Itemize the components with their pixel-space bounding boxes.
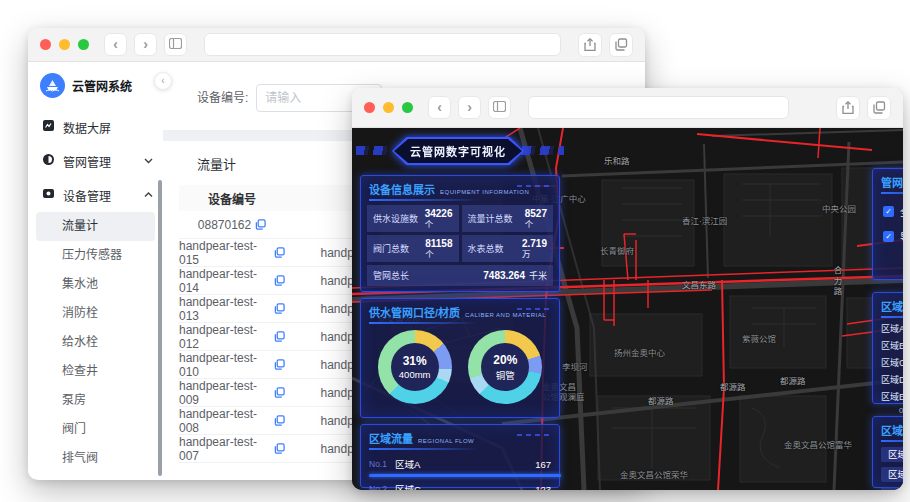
sidebar-subitem[interactable]: 检查井 xyxy=(36,357,155,386)
map-label: 香江·滨江园 xyxy=(682,216,727,226)
sidebar-subitem[interactable]: 流量计 xyxy=(36,212,155,241)
close-button[interactable] xyxy=(40,39,51,50)
panel-title: 区域流量 xyxy=(369,430,413,446)
flow-rank-row: No.2 区域C 123 xyxy=(361,479,559,490)
panel-title: 区域流量 xyxy=(881,422,903,438)
copy-icon[interactable] xyxy=(274,415,285,426)
sidebar-toggle-icon[interactable] xyxy=(164,33,187,56)
sidebar-subitem[interactable]: 阀门 xyxy=(36,415,155,444)
map-label: 文昌东路 xyxy=(682,280,716,290)
app-name: 云管网系统 xyxy=(72,77,132,94)
region-flow-row[interactable]: 区域C xyxy=(881,467,903,482)
legend-item[interactable]: 区域A xyxy=(881,322,903,335)
copy-icon[interactable] xyxy=(274,359,285,370)
sidebar-collapse-button[interactable]: ‹ xyxy=(154,72,172,90)
material-donut-chart: 20%铜管 xyxy=(468,330,542,404)
region-flow-row[interactable]: 区域B xyxy=(881,447,903,462)
close-button[interactable] xyxy=(364,102,375,113)
copy-icon[interactable] xyxy=(274,443,285,454)
axis-min-label: 0 xyxy=(899,406,903,415)
flow-rank-row: No.1 区域A 167 xyxy=(361,454,559,471)
panel-subtitle: EQUIPMENT INFORMATION xyxy=(440,189,529,195)
address-bar[interactable] xyxy=(528,96,789,119)
checkbox-checked-icon[interactable]: ✓ xyxy=(883,206,894,217)
panel-title: 设备信息展示 xyxy=(369,181,435,197)
filter-label: 设备编号: xyxy=(197,84,248,112)
share-icon[interactable] xyxy=(836,96,860,120)
pipe-layers-panel: 管网图层 ✓ 全选 ✓ 导入 xyxy=(872,168,903,280)
zoom-button[interactable] xyxy=(402,102,413,113)
legend-item[interactable]: 区域C xyxy=(881,356,903,369)
back-button[interactable]: ‹ xyxy=(104,33,127,56)
tabs-copy-icon[interactable] xyxy=(609,33,633,57)
map-label: 都源路 xyxy=(720,382,746,392)
sidebar-subitem[interactable]: 集水池 xyxy=(36,270,155,299)
map-dashboard: 乐和路中集·江广中心香江·滨江园中央公园长青御府文昌东路合力路仙女庙大桥扬州金奥… xyxy=(352,128,903,490)
copy-icon[interactable] xyxy=(274,331,285,342)
sidebar-menu: 数据大屏管网管理设备管理 xyxy=(28,110,163,212)
copy-icon[interactable] xyxy=(274,247,285,258)
app-logo-icon xyxy=(40,73,65,98)
minimize-button[interactable] xyxy=(59,39,70,50)
sidebar-scrollbar[interactable] xyxy=(158,180,162,476)
panel-subtitle: CALIBER AND MATERIAL xyxy=(465,312,546,318)
sidebar-toggle-icon[interactable] xyxy=(488,96,511,119)
dashboard-icon xyxy=(42,119,55,135)
map-label: 紫薇公馆 xyxy=(742,334,776,344)
minimize-button[interactable] xyxy=(383,102,394,113)
caliber-material-panel: 供水管网口径/材质 CALIBER AND MATERIAL 31%400mm … xyxy=(360,298,560,418)
panel-title: 管网图层 xyxy=(881,174,903,190)
sidebar-subitem[interactable]: 出水口 xyxy=(36,473,155,480)
sidebar-subitem[interactable]: 泵房 xyxy=(36,386,155,415)
sidebar-subitem[interactable]: 消防栓 xyxy=(36,299,155,328)
region-stats-panel: 区域统计 区域A区域B区域C区域D区域E 0 xyxy=(872,292,903,404)
sidebar-item-管网管理[interactable]: 管网管理 xyxy=(28,144,163,178)
share-icon[interactable] xyxy=(578,33,602,57)
column-header-code: 设备编号 xyxy=(179,190,285,207)
sidebar-submenu: 流量计压力传感器集水池消防栓给水栓检查井泵房阀门排气阀出水口水源井 xyxy=(28,212,163,480)
legend-item[interactable]: 区域E xyxy=(881,390,903,403)
layer-option[interactable]: ✓ 全选 xyxy=(883,204,903,219)
stat-cell-total: 管网总长 7483.264 千米 xyxy=(367,265,553,286)
copy-icon[interactable] xyxy=(274,303,285,314)
zoom-button[interactable] xyxy=(78,39,89,50)
legend-item[interactable]: 区域B xyxy=(881,339,903,352)
address-bar[interactable] xyxy=(204,33,561,56)
stat-cell: 流量计总数 8527个 xyxy=(462,205,554,232)
map-label: 扬州金奥中心 xyxy=(614,348,665,358)
panel-title: 供水管网口径/材质 xyxy=(369,304,460,320)
back-button[interactable]: ‹ xyxy=(428,96,451,119)
device-icon xyxy=(42,187,55,203)
map-label: 中央公园 xyxy=(822,204,856,214)
dashboard-title: 云管网数字可视化 xyxy=(394,139,522,163)
sidebar-subitem[interactable]: 排气阀 xyxy=(36,444,155,473)
copy-icon[interactable] xyxy=(274,275,285,286)
dashboard-title-badge: 云管网数字可视化 xyxy=(392,137,524,165)
region-flow-rows: 区域B区域C区域D区域E xyxy=(873,447,903,490)
stat-cell: 供水设施数 34226个 xyxy=(367,205,459,232)
forward-button[interactable]: › xyxy=(458,96,481,119)
map-label: 合力路 xyxy=(832,266,842,298)
map-label: 金奥文昌公馆富华 xyxy=(784,440,852,450)
sidebar-item-数据大屏[interactable]: 数据大屏 xyxy=(28,110,163,144)
forward-button[interactable]: › xyxy=(134,33,157,56)
sidebar: 云管网系统 数据大屏管网管理设备管理 流量计压力传感器集水池消防栓给水栓检查井泵… xyxy=(28,62,163,479)
sidebar-item-设备管理[interactable]: 设备管理 xyxy=(28,178,163,212)
copy-icon[interactable] xyxy=(274,387,285,398)
region-flow-list-panel: 区域流量 区域B区域C区域D区域E xyxy=(872,416,903,488)
map-label: 都源路 xyxy=(780,376,806,386)
sidebar-subitem[interactable]: 给水栓 xyxy=(36,328,155,357)
region-flow-row[interactable]: 区域D xyxy=(881,487,903,490)
sidebar-subitem[interactable]: 压力传感器 xyxy=(36,241,155,270)
copy-icon[interactable] xyxy=(255,219,266,230)
panel-subtitle: REGIONAL FLOW xyxy=(418,438,474,444)
tabs-copy-icon[interactable] xyxy=(867,96,891,120)
caliber-donut-chart: 31%400mm xyxy=(378,330,452,404)
regional-flow-panel: 区域流量 REGIONAL FLOW No.1 区域A 167 No.2 区域C… xyxy=(360,424,560,488)
checkbox-checked-icon[interactable]: ✓ xyxy=(883,231,894,242)
header-left-decoration xyxy=(356,146,390,155)
layer-option[interactable]: ✓ 导入 xyxy=(883,229,903,244)
legend-item[interactable]: 区域D xyxy=(881,373,903,386)
pipeline-icon xyxy=(42,153,55,169)
region-legend: 区域A区域B区域C区域D区域E xyxy=(873,322,903,403)
